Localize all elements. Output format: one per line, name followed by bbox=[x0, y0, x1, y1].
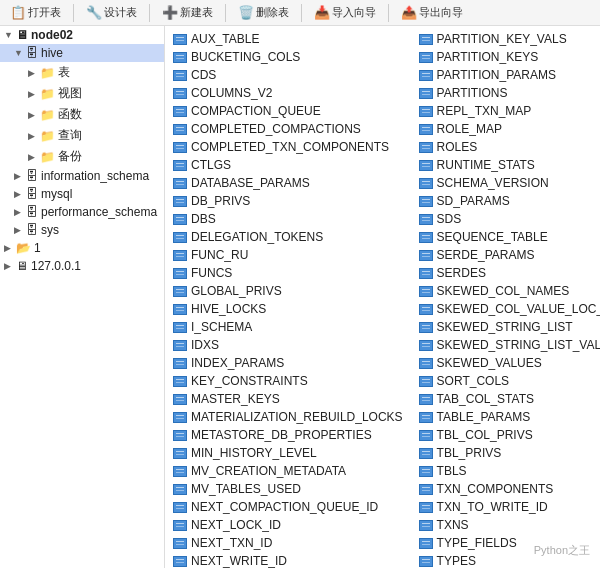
sidebar-item-backup[interactable]: ▶ 📁 备份 bbox=[0, 146, 164, 167]
table-icon bbox=[419, 466, 433, 477]
table-icon bbox=[173, 322, 187, 333]
table-row[interactable]: NEXT_COMPACTION_QUEUE_ID bbox=[165, 498, 411, 516]
table-row[interactable]: DELEGATION_TOKENS bbox=[165, 228, 411, 246]
sidebar-item-queries[interactable]: ▶ 📁 查询 bbox=[0, 125, 164, 146]
table-icon bbox=[173, 466, 187, 477]
table-row[interactable]: TBLS bbox=[411, 462, 600, 480]
table-row[interactable]: COMPLETED_TXN_COMPONENTS bbox=[165, 138, 411, 156]
table-row[interactable]: SKEWED_COL_NAMES bbox=[411, 282, 600, 300]
table-row[interactable]: SDS bbox=[411, 210, 600, 228]
table-row[interactable]: PARTITION_KEYS bbox=[411, 48, 600, 66]
sidebar-item-performance-schema[interactable]: ▶ 🗄 performance_schema bbox=[0, 203, 164, 221]
sidebar-item-tables[interactable]: ▶ 📁 表 bbox=[0, 62, 164, 83]
table-row[interactable]: MV_TABLES_USED bbox=[165, 480, 411, 498]
table-name: ROLES bbox=[437, 140, 478, 154]
table-name: TABLE_PARAMS bbox=[437, 410, 531, 424]
export-wizard-button[interactable]: 📤 导出向导 bbox=[397, 3, 467, 22]
table-row[interactable]: CDS bbox=[165, 66, 411, 84]
table-row[interactable]: TYPE_FIELDS bbox=[411, 534, 600, 552]
table-icon bbox=[173, 556, 187, 567]
table-row[interactable]: INDEX_PARAMS bbox=[165, 354, 411, 372]
sidebar-item-functions[interactable]: ▶ 📁 函数 bbox=[0, 104, 164, 125]
table-row[interactable]: NEXT_TXN_ID bbox=[165, 534, 411, 552]
table-row[interactable]: AUX_TABLE bbox=[165, 30, 411, 48]
table-row[interactable]: SKEWED_VALUES bbox=[411, 354, 600, 372]
table-row[interactable]: DBS bbox=[165, 210, 411, 228]
sidebar-item-node02[interactable]: ▼ 🖥 node02 bbox=[0, 26, 164, 44]
import-wizard-button[interactable]: 📥 导入向导 bbox=[310, 3, 380, 22]
table-row[interactable]: TYPES bbox=[411, 552, 600, 568]
table-row[interactable]: SERDE_PARAMS bbox=[411, 246, 600, 264]
table-row[interactable]: SERDES bbox=[411, 264, 600, 282]
table-row[interactable]: NEXT_WRITE_ID bbox=[165, 552, 411, 568]
sidebar-item-sys[interactable]: ▶ 🗄 sys bbox=[0, 221, 164, 239]
table-row[interactable]: MATERIALIZATION_REBUILD_LOCKS bbox=[165, 408, 411, 426]
functions-label: 函数 bbox=[58, 106, 82, 123]
server-icon: 🖥 bbox=[16, 259, 28, 273]
table-row[interactable]: TABLE_PARAMS bbox=[411, 408, 600, 426]
table-row[interactable]: PARTITION_KEY_VALS bbox=[411, 30, 600, 48]
table-row[interactable]: CTLGS bbox=[165, 156, 411, 174]
table-row[interactable]: I_SCHEMA bbox=[165, 318, 411, 336]
table-name: SKEWED_STRING_LIST bbox=[437, 320, 573, 334]
table-row[interactable]: METASTORE_DB_PROPERTIES bbox=[165, 426, 411, 444]
table-row[interactable]: SKEWED_COL_VALUE_LOC_MAP bbox=[411, 300, 600, 318]
table-row[interactable]: TXNS bbox=[411, 516, 600, 534]
table-row[interactable]: DB_PRIVS bbox=[165, 192, 411, 210]
table-row[interactable]: KEY_CONSTRAINTS bbox=[165, 372, 411, 390]
table-row[interactable]: SKEWED_STRING_LIST_VALUES bbox=[411, 336, 600, 354]
table-row[interactable]: RUNTIME_STATS bbox=[411, 156, 600, 174]
delete-table-button[interactable]: 🗑️ 删除表 bbox=[234, 3, 293, 22]
sidebar-item-mysql[interactable]: ▶ 🗄 mysql bbox=[0, 185, 164, 203]
table-icon bbox=[173, 448, 187, 459]
table-row[interactable]: MIN_HISTORY_LEVEL bbox=[165, 444, 411, 462]
sidebar-item-127[interactable]: ▶ 🖥 127.0.0.1 bbox=[0, 257, 164, 275]
table-row[interactable]: MV_CREATION_METADATA bbox=[165, 462, 411, 480]
table-row[interactable]: MASTER_KEYS bbox=[165, 390, 411, 408]
arrow-icon: ▶ bbox=[28, 89, 40, 99]
sidebar-item-hive[interactable]: ▼ 🗄 hive bbox=[0, 44, 164, 62]
open-table-button[interactable]: 📋 打开表 bbox=[6, 3, 65, 22]
table-name: SEQUENCE_TABLE bbox=[437, 230, 548, 244]
table-row[interactable]: PARTITIONS bbox=[411, 84, 600, 102]
table-name: PARTITIONS bbox=[437, 86, 508, 100]
new-table-button[interactable]: ➕ 新建表 bbox=[158, 3, 217, 22]
delete-table-icon: 🗑️ bbox=[238, 5, 254, 20]
sidebar-item-views[interactable]: ▶ 📁 视图 bbox=[0, 83, 164, 104]
table-row[interactable]: SORT_COLS bbox=[411, 372, 600, 390]
table-row[interactable]: SCHEMA_VERSION bbox=[411, 174, 600, 192]
table-name: MATERIALIZATION_REBUILD_LOCKS bbox=[191, 410, 403, 424]
table-row[interactable]: COMPACTION_QUEUE bbox=[165, 102, 411, 120]
table-name: MIN_HISTORY_LEVEL bbox=[191, 446, 317, 460]
table-icon bbox=[419, 502, 433, 513]
sidebar-item-information-schema[interactable]: ▶ 🗄 information_schema bbox=[0, 167, 164, 185]
design-table-button[interactable]: 🔧 设计表 bbox=[82, 3, 141, 22]
table-row[interactable]: SD_PARAMS bbox=[411, 192, 600, 210]
sidebar-item-1[interactable]: ▶ 📂 1 bbox=[0, 239, 164, 257]
table-name: METASTORE_DB_PROPERTIES bbox=[191, 428, 372, 442]
table-row[interactable]: TBL_COL_PRIVS bbox=[411, 426, 600, 444]
table-row[interactable]: TBL_PRIVS bbox=[411, 444, 600, 462]
table-row[interactable]: SEQUENCE_TABLE bbox=[411, 228, 600, 246]
table-row[interactable]: TAB_COL_STATS bbox=[411, 390, 600, 408]
table-row[interactable]: NEXT_LOCK_ID bbox=[165, 516, 411, 534]
table-row[interactable]: PARTITION_PARAMS bbox=[411, 66, 600, 84]
table-icon bbox=[173, 70, 187, 81]
table-row[interactable]: ROLE_MAP bbox=[411, 120, 600, 138]
table-row[interactable]: BUCKETING_COLS bbox=[165, 48, 411, 66]
table-row[interactable]: TXN_COMPONENTS bbox=[411, 480, 600, 498]
table-row[interactable]: ROLES bbox=[411, 138, 600, 156]
table-row[interactable]: GLOBAL_PRIVS bbox=[165, 282, 411, 300]
table-icon bbox=[173, 34, 187, 45]
table-row[interactable]: IDXS bbox=[165, 336, 411, 354]
table-row[interactable]: SKEWED_STRING_LIST bbox=[411, 318, 600, 336]
table-row[interactable]: HIVE_LOCKS bbox=[165, 300, 411, 318]
table-row[interactable]: DATABASE_PARAMS bbox=[165, 174, 411, 192]
table-row[interactable]: FUNCS bbox=[165, 264, 411, 282]
table-row[interactable]: TXN_TO_WRITE_ID bbox=[411, 498, 600, 516]
table-row[interactable]: COLUMNS_V2 bbox=[165, 84, 411, 102]
table-row[interactable]: FUNC_RU bbox=[165, 246, 411, 264]
table-row[interactable]: COMPLETED_COMPACTIONS bbox=[165, 120, 411, 138]
table-row[interactable]: REPL_TXN_MAP bbox=[411, 102, 600, 120]
table-icon bbox=[173, 214, 187, 225]
